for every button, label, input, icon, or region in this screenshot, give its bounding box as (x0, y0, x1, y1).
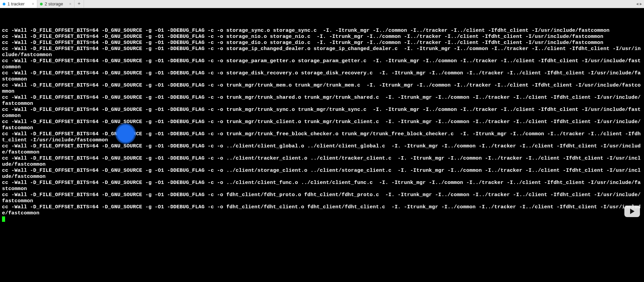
terminal-line: cc -Wall -D_FILE_OFFSET_BITS=64 -D_GNU_S… (2, 119, 642, 131)
close-icon[interactable]: × (32, 1, 34, 7)
tab-label: 2 storage (45, 1, 63, 7)
terminal-line: cc -Wall -D_FILE_OFFSET_BITS=64 -D_GNU_S… (2, 28, 642, 34)
terminal-line: cc -Wall -D_FILE_OFFSET_BITS=64 -D_GNU_S… (2, 58, 642, 70)
terminal-cursor (2, 216, 5, 222)
dot-icon (3, 3, 5, 5)
terminal-line: cc -Wall -D_FILE_OFFSET_BITS=64 -D_GNU_S… (2, 70, 642, 83)
plus-icon: + (78, 1, 81, 7)
terminal-line: cc -Wall -D_FILE_OFFSET_BITS=64 -D_GNU_S… (2, 34, 642, 40)
terminal-line: cc -Wall -D_FILE_OFFSET_BITS=64 -D_GNU_S… (2, 192, 642, 204)
tab-tracker[interactable]: 1 tracker × (0, 0, 37, 8)
tab-label: 1 tracker (7, 1, 25, 7)
terminal-line: cc -Wall -D_FILE_OFFSET_BITS=64 -D_GNU_S… (2, 40, 642, 46)
terminal-line: cc -Wall -D_FILE_OFFSET_BITS=64 -D_GNU_S… (2, 168, 642, 180)
new-tab-button[interactable]: + (74, 0, 84, 8)
close-icon[interactable]: × (69, 1, 71, 7)
tab-nav: ◀ ▶ (634, 0, 644, 8)
nav-left-icon[interactable]: ◀ (636, 1, 639, 7)
terminal-line: cc -Wall -D_FILE_OFFSET_BITS=64 -D_GNU_S… (2, 131, 642, 143)
dot-icon (40, 3, 43, 5)
terminal-line: cc -Wall -D_FILE_OFFSET_BITS=64 -D_GNU_S… (2, 107, 642, 119)
terminal-line: cc -Wall -D_FILE_OFFSET_BITS=64 -D_GNU_S… (2, 83, 642, 95)
tab-storage[interactable]: 2 storage × (37, 0, 74, 8)
terminal-line: cc -Wall -D_FILE_OFFSET_BITS=64 -D_GNU_S… (2, 143, 642, 156)
terminal-line: cc -Wall -D_FILE_OFFSET_BITS=64 -D_GNU_S… (2, 46, 642, 58)
nav-right-icon[interactable]: ▶ (640, 1, 642, 7)
terminal-line: cc -Wall -D_FILE_OFFSET_BITS=64 -D_GNU_S… (2, 180, 642, 192)
terminal-line: cc -Wall -D_FILE_OFFSET_BITS=64 -D_GNU_S… (2, 204, 642, 216)
tab-bar: 1 tracker × 2 storage × + ◀ ▶ (0, 0, 644, 8)
terminal-output[interactable]: cc -Wall -D_FILE_OFFSET_BITS=64 -D_GNU_S… (0, 8, 644, 224)
terminal-line: cc -Wall -D_FILE_OFFSET_BITS=64 -D_GNU_S… (2, 156, 642, 168)
terminal-line: cc -Wall -D_FILE_OFFSET_BITS=64 -D_GNU_S… (2, 95, 642, 107)
play-icon[interactable] (624, 206, 640, 217)
